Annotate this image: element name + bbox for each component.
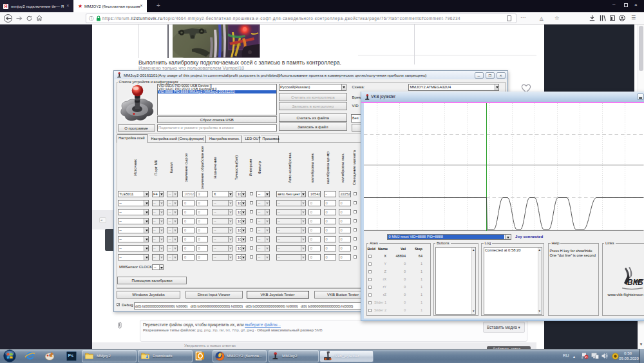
- svg-text:ВКБ: ВКБ: [627, 278, 643, 287]
